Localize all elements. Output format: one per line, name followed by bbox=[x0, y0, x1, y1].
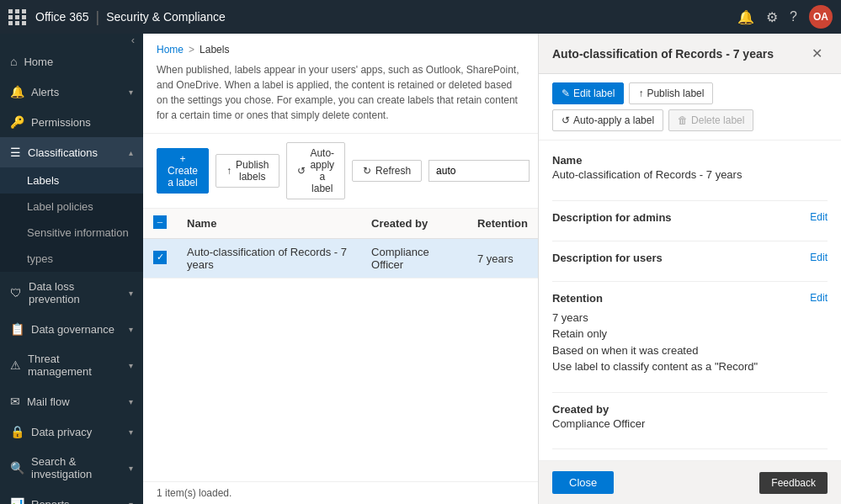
sidebar-label-threat: Threat management bbox=[28, 353, 122, 378]
delete-label-button[interactable]: 🗑 Delete label bbox=[668, 109, 753, 131]
sidebar-item-labels[interactable]: Labels bbox=[0, 167, 143, 194]
sidebar-submenu-classifications: Labels Label policies Sensitive informat… bbox=[0, 167, 143, 272]
row-checkbox-cell[interactable] bbox=[143, 239, 177, 279]
edit-icon: ✎ bbox=[562, 88, 570, 99]
topbar-icons: 🔔 ⚙ ? OA bbox=[737, 5, 833, 29]
classifications-icon: ☰ bbox=[10, 146, 21, 159]
sidebar-label-reports: Reports bbox=[31, 498, 122, 505]
panel-created-by-value: Compliance Officer bbox=[552, 416, 828, 432]
avatar[interactable]: OA bbox=[809, 5, 833, 29]
sidebar-item-reports[interactable]: 📊 Reports ▾ bbox=[0, 489, 143, 504]
sidebar-item-permissions[interactable]: 🔑 Permissions bbox=[0, 107, 143, 137]
reports-icon: 📊 bbox=[10, 497, 24, 504]
edit-label-button[interactable]: ✎ Edit label bbox=[552, 82, 624, 104]
edit-label-text: Edit label bbox=[573, 88, 615, 99]
panel-retention-value: 7 years Retain only Based on when it was… bbox=[552, 310, 828, 375]
retention-line-4: Use label to classify content as a "Reco… bbox=[552, 358, 828, 375]
side-panel-actions: ✎ Edit label ↑ Publish label ↺ Auto-appl… bbox=[539, 74, 841, 141]
chevron-down-icon: ▾ bbox=[129, 325, 133, 334]
waffle-icon[interactable] bbox=[8, 9, 27, 25]
row-checkbox[interactable] bbox=[153, 251, 167, 264]
row-created-by: Compliance Officer bbox=[361, 239, 467, 279]
sidebar-collapse-button[interactable]: ‹ bbox=[0, 34, 143, 46]
select-all-checkbox[interactable] bbox=[153, 215, 167, 229]
panel-section-created-by: Created by Compliance Officer bbox=[552, 403, 828, 432]
breadcrumb-current: Labels bbox=[200, 44, 229, 56]
auto-apply-label-button[interactable]: ↺ Auto-apply a label bbox=[552, 109, 663, 131]
panel-desc-users-header: Description for users Edit bbox=[552, 252, 828, 264]
search-input[interactable] bbox=[428, 160, 530, 182]
refresh-button[interactable]: ↻ Refresh bbox=[352, 160, 422, 182]
topbar: Office 365 | Security & Compliance 🔔 ⚙ ?… bbox=[0, 0, 841, 34]
sidebar-label-search: Search & investigation bbox=[31, 455, 122, 480]
settings-icon[interactable]: ⚙ bbox=[766, 9, 778, 25]
toolbar: + Create a label ↑ Publish labels ↺ Auto… bbox=[143, 134, 538, 209]
alerts-icon: 🔔 bbox=[10, 85, 24, 98]
panel-name-value: Auto-classification of Records - 7 years bbox=[552, 167, 828, 183]
row-name: Auto-classification of Records - 7 years bbox=[177, 239, 361, 279]
sidebar-item-data-governance[interactable]: 📋 Data governance ▾ bbox=[0, 314, 143, 344]
panel-section-retention: Retention Edit 7 years Retain only Based… bbox=[552, 292, 828, 375]
mail-icon: ✉ bbox=[10, 395, 20, 408]
search-icon: 🔍 bbox=[10, 461, 24, 475]
notification-icon[interactable]: 🔔 bbox=[737, 9, 754, 25]
publish-label-text: Publish labels bbox=[236, 159, 269, 183]
select-all-header[interactable] bbox=[143, 209, 177, 239]
column-retention: Retention bbox=[467, 209, 538, 239]
status-text: 1 item(s) loaded. bbox=[157, 487, 232, 499]
feedback-button[interactable]: Feedback bbox=[759, 472, 828, 494]
topbar-logo[interactable]: Office 365 | Security & Compliance bbox=[35, 8, 226, 26]
table-row[interactable]: Auto-classification of Records - 7 years… bbox=[143, 239, 538, 279]
retention-line-1: 7 years bbox=[552, 310, 828, 326]
chevron-down-icon: ▾ bbox=[129, 88, 133, 97]
auto-apply-text: Auto-apply a label bbox=[310, 147, 334, 194]
sidebar-item-home[interactable]: ⌂ Home bbox=[0, 46, 143, 77]
app-title: Security & Compliance bbox=[106, 10, 226, 24]
chevron-down-icon: ▾ bbox=[129, 464, 133, 473]
sidebar-label-classifications: Classifications bbox=[28, 146, 122, 159]
chevron-down-icon: ▾ bbox=[129, 500, 133, 505]
side-panel-title: Auto-classification of Records - 7 years bbox=[552, 47, 806, 61]
breadcrumb-home[interactable]: Home bbox=[157, 44, 184, 56]
sidebar-item-search-investigation[interactable]: 🔍 Search & investigation ▾ bbox=[0, 447, 143, 489]
sidebar-item-classifications[interactable]: ☰ Classifications ▴ bbox=[0, 137, 143, 167]
side-panel-footer: Close Feedback bbox=[539, 460, 841, 504]
sidebar-item-alerts[interactable]: 🔔 Alerts ▾ bbox=[0, 77, 143, 107]
sidebar-label-dlp: Data loss prevention bbox=[29, 280, 122, 305]
sidebar-item-data-privacy[interactable]: 🔒 Data privacy ▾ bbox=[0, 416, 143, 447]
privacy-icon: 🔒 bbox=[10, 425, 24, 438]
edit-desc-users-link[interactable]: Edit bbox=[810, 252, 828, 263]
panel-retention-header: Retention Edit bbox=[552, 292, 828, 305]
close-icon[interactable]: ✕ bbox=[806, 44, 828, 63]
delete-icon: 🗑 bbox=[678, 114, 688, 126]
publish-label-button[interactable]: ↑ Publish label bbox=[629, 82, 713, 104]
auto-apply-label-text: Auto-apply a label bbox=[573, 114, 654, 126]
panel-section-desc-users: Description for users Edit bbox=[552, 252, 828, 264]
refresh-text: Refresh bbox=[375, 165, 411, 177]
chevron-down-icon: ▾ bbox=[129, 361, 133, 370]
panel-name-label: Name bbox=[552, 154, 828, 167]
sidebar-item-threat-management[interactable]: ⚠ Threat management ▾ bbox=[0, 344, 143, 386]
panel-created-by-label: Created by bbox=[552, 403, 828, 416]
permissions-icon: 🔑 bbox=[10, 115, 24, 129]
content-area: Home > Labels When published, labels app… bbox=[143, 34, 538, 504]
sidebar-item-label-policies[interactable]: Label policies bbox=[0, 194, 143, 220]
retention-line-2: Retain only bbox=[552, 326, 828, 342]
create-label-button[interactable]: + Create a label bbox=[157, 148, 209, 194]
panel-section-desc-admins: Description for admins Edit bbox=[552, 211, 828, 224]
chevron-down-icon: ▾ bbox=[129, 397, 133, 406]
edit-retention-link[interactable]: Edit bbox=[810, 292, 828, 304]
sidebar-item-types[interactable]: types bbox=[0, 246, 143, 272]
sidebar-label-data-privacy: Data privacy bbox=[31, 426, 122, 438]
panel-close-button[interactable]: Close bbox=[552, 471, 614, 494]
sidebar-label-home: Home bbox=[24, 56, 133, 68]
auto-apply-button[interactable]: ↺ Auto-apply a label bbox=[286, 142, 345, 199]
edit-desc-admins-link[interactable]: Edit bbox=[810, 211, 828, 223]
publish-labels-button[interactable]: ↑ Publish labels bbox=[216, 154, 279, 188]
publish-icon: ↑ bbox=[226, 165, 232, 177]
refresh-icon: ↻ bbox=[363, 165, 371, 177]
sidebar-item-mail-flow[interactable]: ✉ Mail flow ▾ bbox=[0, 386, 143, 416]
sidebar-item-sensitive-information[interactable]: Sensitive information bbox=[0, 220, 143, 246]
help-icon[interactable]: ? bbox=[790, 9, 797, 24]
sidebar-item-data-loss-prevention[interactable]: 🛡 Data loss prevention ▾ bbox=[0, 272, 143, 314]
